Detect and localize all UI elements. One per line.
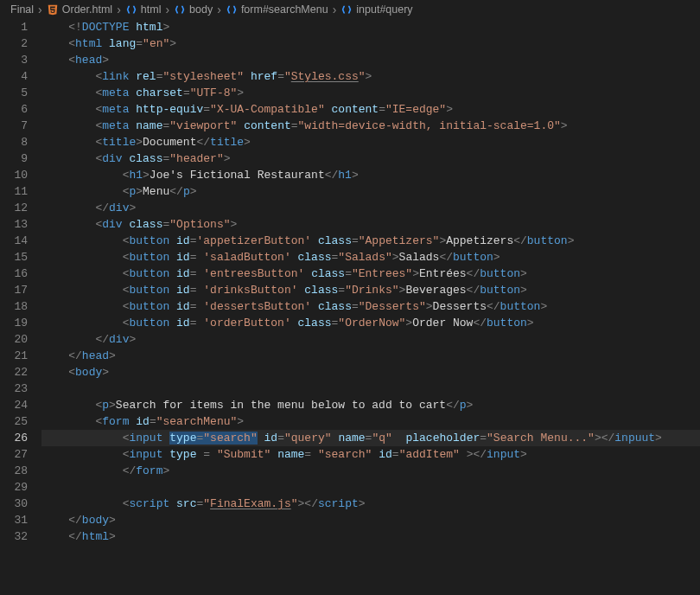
token: name <box>338 432 365 445</box>
token <box>304 267 311 280</box>
code-line[interactable]: <button id= 'saladButton' class="Salads"… <box>41 249 700 266</box>
token: > <box>109 349 116 362</box>
token: "stylesheet" <box>162 70 244 83</box>
token: = <box>291 119 298 132</box>
code-line[interactable]: <h1>Joe's Fictional Restaurant</h1> <box>41 167 700 183</box>
code-line[interactable]: <p>Menu</p> <box>41 183 700 200</box>
token: class <box>298 251 332 264</box>
token: > <box>561 119 568 132</box>
token: = <box>352 234 359 247</box>
token: 'saladButton' <box>203 251 290 264</box>
token <box>237 119 244 132</box>
breadcrumb-label: Final <box>10 2 34 18</box>
code-line[interactable]: <button id= 'entreesButton' class="Entre… <box>41 266 700 282</box>
token: class <box>311 267 345 280</box>
code-area[interactable]: <!DOCTYPE html> <html lang="en"> <head> … <box>41 19 700 545</box>
breadcrumb-item[interactable]: input#query <box>340 2 412 18</box>
breadcrumb-item[interactable]: Final <box>10 2 34 18</box>
code-line[interactable]: <script src="FinalExam.js"></script> <box>41 496 700 512</box>
token: </ <box>467 267 480 280</box>
token: = <box>480 432 487 445</box>
token: src <box>176 497 196 510</box>
code-line[interactable]: <form id="searchMenu"> <box>41 413 700 430</box>
token: body <box>75 366 102 379</box>
line-number: 32 <box>0 528 28 545</box>
token: title <box>102 136 136 149</box>
line-number-gutter: 1234567891011121314151617181920212223242… <box>0 19 41 545</box>
token: = <box>379 103 385 116</box>
breadcrumb-item[interactable]: html <box>125 2 162 18</box>
code-line[interactable]: </form> <box>41 463 700 479</box>
token: = <box>392 448 399 461</box>
token: "X-UA-Compatible" <box>210 103 325 116</box>
token: </ <box>513 234 527 247</box>
token <box>102 37 109 50</box>
code-line[interactable] <box>41 381 700 397</box>
code-line[interactable]: <meta name="viewport" content="width=dev… <box>41 118 700 134</box>
token: Entrées <box>419 267 467 280</box>
line-number: 21 <box>0 348 28 364</box>
token: > <box>520 448 527 461</box>
token <box>169 497 176 510</box>
code-line[interactable]: <html lang="en"> <box>41 35 700 52</box>
code-editor[interactable]: 1234567891011121314151617181920212223242… <box>0 19 700 545</box>
token: Order Now <box>412 317 473 329</box>
token: > <box>102 54 109 67</box>
line-number: 13 <box>0 216 28 233</box>
code-line[interactable]: </div> <box>41 200 700 216</box>
token: class <box>318 234 352 247</box>
token: script <box>318 497 359 510</box>
token: "Appetizers" <box>359 234 440 247</box>
token: div <box>109 202 129 214</box>
code-line[interactable]: <button id= 'dessertsButton' class="Dess… <box>41 298 700 315</box>
code-line[interactable]: <meta http-equiv="X-UA-Compatible" conte… <box>41 101 700 118</box>
code-line[interactable] <box>41 479 700 496</box>
token: "header" <box>169 152 223 165</box>
token: 'dessertsButton' <box>203 300 311 313</box>
token: </ <box>68 349 82 362</box>
token: > <box>224 152 231 165</box>
code-line[interactable]: <button id= 'orderButton' class="OrderNo… <box>41 315 700 331</box>
token: "query" <box>284 432 332 445</box>
breadcrumb-label: form#searchMenu <box>241 2 328 18</box>
code-line[interactable]: <link rel="stylesheet" href="Styles.css"… <box>41 68 700 85</box>
token: Desserts <box>433 300 487 313</box>
code-line[interactable]: <div class="header"> <box>41 150 700 167</box>
code-line[interactable]: <div class="Options"> <box>41 216 700 233</box>
token: > <box>162 21 169 34</box>
code-line[interactable]: <button id= 'drinksButton' class="Drinks… <box>41 282 700 298</box>
line-number: 5 <box>0 85 28 101</box>
token: > <box>129 333 136 346</box>
code-line[interactable]: </div> <box>41 331 700 348</box>
token: lang <box>109 37 136 50</box>
line-number: 12 <box>0 200 28 216</box>
token: = <box>190 284 204 297</box>
token: "Submit" <box>217 448 270 461</box>
token <box>258 432 264 445</box>
code-line[interactable]: </body> <box>41 512 700 528</box>
breadcrumb-item[interactable]: body <box>174 2 213 18</box>
token: > <box>412 267 419 280</box>
token: </ <box>325 169 339 182</box>
code-line[interactable]: <meta charset="UTF-8"> <box>41 85 700 101</box>
breadcrumb-item[interactable]: Order.html <box>47 2 112 18</box>
token: > <box>540 300 547 313</box>
symbol-icon <box>340 3 353 16</box>
token: id <box>176 284 190 297</box>
breadcrumb-label: html <box>141 2 162 18</box>
token: > <box>102 366 109 379</box>
code-line[interactable]: <p>Search for items in the menu below to… <box>41 397 700 413</box>
code-line[interactable]: <input type = "Submit" name= "search" id… <box>41 446 700 463</box>
line-number: 17 <box>0 282 28 298</box>
code-line[interactable]: </html> <box>41 528 700 545</box>
code-line[interactable]: <title>Document</title> <box>41 134 700 150</box>
token: button <box>480 284 520 297</box>
breadcrumb-item[interactable]: form#searchMenu <box>226 2 328 18</box>
token: button <box>453 251 493 264</box>
code-line[interactable]: <button id='appetizerButton' class="Appe… <box>41 233 700 249</box>
code-line[interactable]: <body> <box>41 364 700 381</box>
code-line[interactable]: </head> <box>41 348 700 364</box>
code-line[interactable]: <input type="search" id="query" name="q"… <box>41 430 700 446</box>
code-line[interactable]: <!DOCTYPE html> <box>41 19 700 35</box>
code-line[interactable]: <head> <box>41 52 700 68</box>
